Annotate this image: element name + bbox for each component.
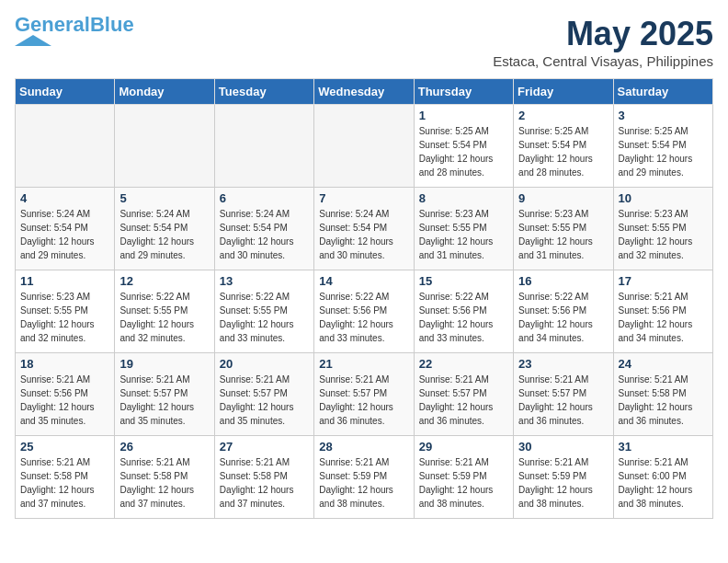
day-info: Sunrise: 5:25 AM Sunset: 5:54 PM Dayligh…	[419, 124, 508, 179]
calendar-cell: 6Sunrise: 5:24 AM Sunset: 5:54 PM Daylig…	[214, 188, 313, 270]
logo-text: GeneralBlue	[15, 15, 134, 35]
day-number: 7	[319, 191, 408, 205]
day-number: 18	[20, 357, 109, 371]
calendar-cell: 19Sunrise: 5:21 AM Sunset: 5:57 PM Dayli…	[115, 353, 214, 436]
calendar-cell: 29Sunrise: 5:21 AM Sunset: 5:59 PM Dayli…	[414, 436, 513, 519]
logo-general: General	[15, 13, 90, 36]
day-number: 13	[220, 274, 309, 288]
calendar-cell	[214, 105, 313, 188]
day-number: 1	[419, 109, 508, 122]
day-number: 2	[518, 109, 608, 122]
calendar-week-5: 25Sunrise: 5:21 AM Sunset: 5:58 PM Dayli…	[16, 436, 713, 519]
calendar-cell: 11Sunrise: 5:23 AM Sunset: 5:55 PM Dayli…	[16, 270, 115, 353]
calendar-cell: 14Sunrise: 5:22 AM Sunset: 5:56 PM Dayli…	[314, 270, 414, 353]
weekday-header-thursday: Thursday	[414, 79, 513, 105]
day-info: Sunrise: 5:21 AM Sunset: 5:59 PM Dayligh…	[319, 455, 408, 511]
day-number: 4	[20, 191, 109, 205]
day-info: Sunrise: 5:21 AM Sunset: 5:58 PM Dayligh…	[220, 455, 309, 511]
calendar-week-2: 4Sunrise: 5:24 AM Sunset: 5:54 PM Daylig…	[16, 188, 713, 270]
day-info: Sunrise: 5:21 AM Sunset: 6:00 PM Dayligh…	[619, 455, 708, 511]
calendar-cell: 31Sunrise: 5:21 AM Sunset: 6:00 PM Dayli…	[613, 436, 712, 519]
calendar-cell: 26Sunrise: 5:21 AM Sunset: 5:58 PM Dayli…	[115, 436, 214, 519]
day-info: Sunrise: 5:23 AM Sunset: 5:55 PM Dayligh…	[619, 207, 708, 262]
weekday-header-sunday: Sunday	[16, 79, 115, 105]
calendar-cell: 4Sunrise: 5:24 AM Sunset: 5:54 PM Daylig…	[16, 188, 115, 270]
calendar-cell	[16, 105, 115, 188]
day-number: 19	[119, 357, 209, 371]
title-block: May 2025 Estaca, Central Visayas, Philip…	[493, 15, 713, 69]
calendar-cell: 21Sunrise: 5:21 AM Sunset: 5:57 PM Dayli…	[314, 353, 414, 436]
svg-marker-0	[15, 35, 51, 46]
day-number: 5	[119, 191, 209, 205]
day-info: Sunrise: 5:23 AM Sunset: 5:55 PM Dayligh…	[518, 207, 608, 262]
day-info: Sunrise: 5:21 AM Sunset: 5:58 PM Dayligh…	[619, 373, 708, 428]
day-number: 8	[419, 191, 508, 205]
day-info: Sunrise: 5:21 AM Sunset: 5:58 PM Dayligh…	[119, 455, 209, 511]
day-info: Sunrise: 5:21 AM Sunset: 5:56 PM Dayligh…	[619, 290, 708, 345]
day-number: 10	[619, 191, 708, 205]
calendar-table: SundayMondayTuesdayWednesdayThursdayFrid…	[15, 78, 713, 519]
day-info: Sunrise: 5:24 AM Sunset: 5:54 PM Dayligh…	[119, 207, 209, 262]
day-info: Sunrise: 5:21 AM Sunset: 5:57 PM Dayligh…	[119, 373, 209, 428]
calendar-cell: 12Sunrise: 5:22 AM Sunset: 5:55 PM Dayli…	[115, 270, 214, 353]
calendar-week-3: 11Sunrise: 5:23 AM Sunset: 5:55 PM Dayli…	[16, 270, 713, 353]
calendar-cell: 28Sunrise: 5:21 AM Sunset: 5:59 PM Dayli…	[314, 436, 414, 519]
day-info: Sunrise: 5:21 AM Sunset: 5:58 PM Dayligh…	[20, 455, 109, 511]
weekday-header-tuesday: Tuesday	[214, 79, 313, 105]
calendar-cell: 7Sunrise: 5:24 AM Sunset: 5:54 PM Daylig…	[314, 188, 414, 270]
day-number: 9	[518, 191, 608, 205]
day-info: Sunrise: 5:25 AM Sunset: 5:54 PM Dayligh…	[619, 124, 708, 179]
logo-blue: Blue	[90, 13, 134, 36]
day-info: Sunrise: 5:22 AM Sunset: 5:55 PM Dayligh…	[220, 290, 309, 345]
day-info: Sunrise: 5:24 AM Sunset: 5:54 PM Dayligh…	[20, 207, 109, 262]
day-number: 28	[319, 440, 408, 454]
calendar-subtitle: Estaca, Central Visayas, Philippines	[493, 53, 713, 69]
calendar-cell: 24Sunrise: 5:21 AM Sunset: 5:58 PM Dayli…	[613, 353, 712, 436]
day-info: Sunrise: 5:25 AM Sunset: 5:54 PM Dayligh…	[518, 124, 608, 179]
day-number: 3	[619, 109, 708, 122]
day-info: Sunrise: 5:21 AM Sunset: 5:59 PM Dayligh…	[518, 455, 608, 511]
day-number: 29	[419, 440, 508, 454]
day-info: Sunrise: 5:21 AM Sunset: 5:56 PM Dayligh…	[20, 373, 109, 428]
weekday-header-monday: Monday	[115, 79, 214, 105]
calendar-cell: 30Sunrise: 5:21 AM Sunset: 5:59 PM Dayli…	[514, 436, 613, 519]
calendar-cell: 5Sunrise: 5:24 AM Sunset: 5:54 PM Daylig…	[115, 188, 214, 270]
calendar-cell: 15Sunrise: 5:22 AM Sunset: 5:56 PM Dayli…	[414, 270, 513, 353]
calendar-week-1: 1Sunrise: 5:25 AM Sunset: 5:54 PM Daylig…	[16, 105, 713, 188]
calendar-title: May 2025	[493, 15, 713, 53]
day-number: 17	[619, 274, 708, 288]
day-number: 14	[319, 274, 408, 288]
day-number: 30	[518, 440, 608, 454]
weekday-header-wednesday: Wednesday	[314, 79, 414, 105]
day-info: Sunrise: 5:22 AM Sunset: 5:56 PM Dayligh…	[319, 290, 408, 345]
day-info: Sunrise: 5:23 AM Sunset: 5:55 PM Dayligh…	[20, 290, 109, 345]
calendar-cell: 10Sunrise: 5:23 AM Sunset: 5:55 PM Dayli…	[613, 188, 712, 270]
day-number: 26	[119, 440, 209, 454]
calendar-cell	[115, 105, 214, 188]
calendar-cell: 9Sunrise: 5:23 AM Sunset: 5:55 PM Daylig…	[514, 188, 613, 270]
day-number: 21	[319, 357, 408, 371]
day-info: Sunrise: 5:21 AM Sunset: 5:57 PM Dayligh…	[419, 373, 508, 428]
calendar-cell	[314, 105, 414, 188]
calendar-cell: 3Sunrise: 5:25 AM Sunset: 5:54 PM Daylig…	[613, 105, 712, 188]
weekday-header-saturday: Saturday	[613, 79, 712, 105]
day-number: 25	[20, 440, 109, 454]
calendar-cell: 18Sunrise: 5:21 AM Sunset: 5:56 PM Dayli…	[16, 353, 115, 436]
day-info: Sunrise: 5:21 AM Sunset: 5:57 PM Dayligh…	[319, 373, 408, 428]
day-number: 23	[518, 357, 608, 371]
day-number: 24	[619, 357, 708, 371]
day-info: Sunrise: 5:22 AM Sunset: 5:55 PM Dayligh…	[119, 290, 209, 345]
day-number: 16	[518, 274, 608, 288]
logo: GeneralBlue	[15, 15, 134, 46]
calendar-cell: 25Sunrise: 5:21 AM Sunset: 5:58 PM Dayli…	[16, 436, 115, 519]
calendar-cell: 27Sunrise: 5:21 AM Sunset: 5:58 PM Dayli…	[214, 436, 313, 519]
calendar-cell: 8Sunrise: 5:23 AM Sunset: 5:55 PM Daylig…	[414, 188, 513, 270]
calendar-cell: 20Sunrise: 5:21 AM Sunset: 5:57 PM Dayli…	[214, 353, 313, 436]
calendar-cell: 17Sunrise: 5:21 AM Sunset: 5:56 PM Dayli…	[613, 270, 712, 353]
day-number: 22	[419, 357, 508, 371]
day-number: 15	[419, 274, 508, 288]
day-info: Sunrise: 5:23 AM Sunset: 5:55 PM Dayligh…	[419, 207, 508, 262]
day-info: Sunrise: 5:22 AM Sunset: 5:56 PM Dayligh…	[419, 290, 508, 345]
day-info: Sunrise: 5:21 AM Sunset: 5:59 PM Dayligh…	[419, 455, 508, 511]
day-info: Sunrise: 5:21 AM Sunset: 5:57 PM Dayligh…	[518, 373, 608, 428]
